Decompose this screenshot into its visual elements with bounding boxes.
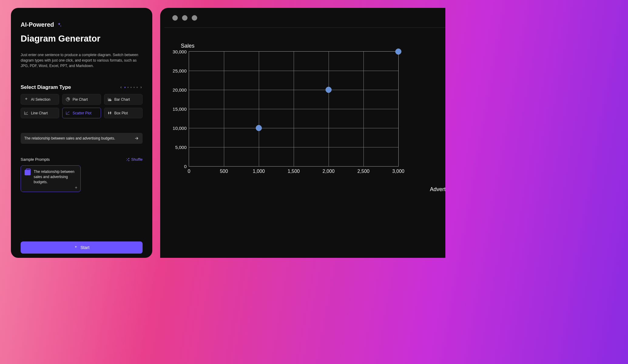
line-icon <box>24 111 29 115</box>
type-pie-chart[interactable]: Pie Chart <box>62 94 101 105</box>
chart-point <box>326 87 332 93</box>
preview-window: Sales Advertis 05,00010,00015,00020,0002… <box>160 8 445 258</box>
sample-prompts-label: Sample Prompts <box>21 157 50 162</box>
chevron-left-icon[interactable] <box>120 86 123 89</box>
svg-rect-0 <box>109 99 109 101</box>
chart-ytick: 0 <box>184 164 187 169</box>
briefcase-icon <box>25 170 31 175</box>
chart-xtick: 500 <box>220 169 228 174</box>
window-controls <box>160 15 445 21</box>
diagram-type-label: Select Diagram Type <box>21 84 71 90</box>
chart-point <box>256 125 262 131</box>
pie-icon <box>66 97 70 102</box>
type-label: Box Plot <box>114 111 128 115</box>
chart-area: Sales Advertis 05,00010,00015,00020,0002… <box>160 28 445 258</box>
sample-prompt-card[interactable]: The relationship between sales and adver… <box>21 165 81 192</box>
chart-ytick: 15,000 <box>173 106 187 112</box>
shuffle-icon <box>126 158 130 161</box>
prompt-input[interactable]: The relationship between sales and adver… <box>21 133 143 144</box>
svg-rect-1 <box>110 99 110 100</box>
chart-ytick: 25,000 <box>173 68 187 73</box>
prompt-value: The relationship between sales and adver… <box>24 136 131 140</box>
generator-panel: AI-Powered Diagram Generator Just enter … <box>11 8 152 258</box>
pager <box>120 86 143 89</box>
kicker: AI-Powered <box>21 21 143 28</box>
chart-ylabel: Sales <box>181 43 194 49</box>
pager-dot[interactable] <box>127 87 129 88</box>
chart-xtick: 2,500 <box>357 169 370 174</box>
sparkle-icon <box>24 97 29 102</box>
chart-xtick: 1,500 <box>288 169 300 174</box>
chart-xtick: 0 <box>188 169 191 174</box>
chart-xlabel: Advertis <box>430 186 445 193</box>
chart-plot: 05,00010,00015,00020,00025,00030,0000500… <box>189 51 399 167</box>
chart-ytick: 20,000 <box>173 87 187 93</box>
pager-dot[interactable] <box>130 87 132 88</box>
type-label: AI Selection <box>31 97 50 102</box>
window-close-icon[interactable] <box>172 15 178 21</box>
chart-ytick: 10,000 <box>173 126 187 131</box>
sparkle-icon <box>56 22 62 28</box>
start-label: Start <box>80 245 89 250</box>
pager-dot[interactable] <box>124 87 126 88</box>
type-label: Line Chart <box>31 111 48 115</box>
chevron-right-icon[interactable] <box>140 86 143 89</box>
shuffle-button[interactable]: Shuffle <box>126 157 143 162</box>
svg-point-3 <box>67 113 68 114</box>
scatter-icon <box>66 111 70 115</box>
chart-xtick: 1,000 <box>253 169 265 174</box>
bar-icon <box>107 97 112 102</box>
chart-ytick: 30,000 <box>173 49 187 54</box>
chart-xtick: 3,000 <box>392 169 404 174</box>
type-bar-chart[interactable]: Bar Chart <box>104 94 143 105</box>
box-icon <box>107 111 112 115</box>
type-label: Bar Chart <box>114 97 130 102</box>
chart-point <box>395 49 401 55</box>
svg-rect-2 <box>110 100 111 101</box>
page-title: Diagram Generator <box>21 34 143 44</box>
type-label: Pie Chart <box>73 97 88 102</box>
arrow-right-icon[interactable] <box>134 136 139 141</box>
shuffle-label: Shuffle <box>131 157 143 162</box>
kicker-text: AI-Powered <box>21 21 54 28</box>
start-button[interactable]: Start <box>21 241 143 254</box>
sparkle-icon <box>74 245 78 250</box>
type-line-chart[interactable]: Line Chart <box>21 108 59 118</box>
svg-point-5 <box>69 112 69 112</box>
chart-ytick: 5,000 <box>175 145 187 150</box>
window-minimize-icon[interactable] <box>182 15 187 21</box>
pager-dot[interactable] <box>133 87 135 88</box>
description: Just enter one sentence to produce a com… <box>21 52 142 69</box>
sample-prompt-text: The relationship between sales and adver… <box>34 169 77 184</box>
pager-dot[interactable] <box>137 87 138 88</box>
chart-xtick: 2,000 <box>322 169 335 174</box>
window-zoom-icon[interactable] <box>192 15 197 21</box>
type-label: Scatter Plot <box>73 111 91 115</box>
type-ai-selection[interactable]: AI Selection <box>21 94 59 105</box>
type-scatter-plot[interactable]: Scatter Plot <box>62 108 101 118</box>
type-box-plot[interactable]: Box Plot <box>104 108 143 118</box>
svg-point-4 <box>68 113 69 113</box>
plus-icon[interactable]: + <box>75 185 77 190</box>
